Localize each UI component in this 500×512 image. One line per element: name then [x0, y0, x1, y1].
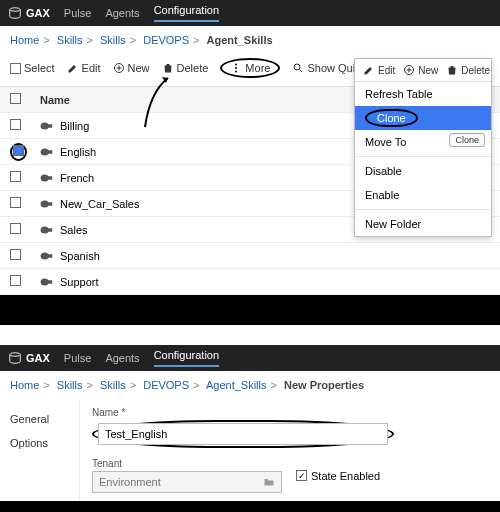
magnifier-icon [292, 62, 304, 74]
row-checkbox[interactable] [10, 119, 21, 130]
popup-edit-button[interactable]: Edit [363, 64, 395, 76]
menu-enable[interactable]: Enable [355, 183, 491, 207]
name-field[interactable] [98, 423, 388, 445]
nav-configuration[interactable]: Configuration [154, 349, 219, 367]
nav-agents[interactable]: Agents [105, 352, 139, 364]
svg-point-16 [41, 252, 49, 259]
name-label: Name * [92, 407, 488, 418]
more-button[interactable]: More [220, 58, 280, 78]
table-row[interactable]: Support [0, 269, 500, 295]
svg-point-5 [294, 64, 300, 70]
crumb-skills2[interactable]: Skills [100, 379, 126, 391]
nav-pulse[interactable]: Pulse [64, 7, 92, 19]
crumb-home[interactable]: Home [10, 34, 39, 46]
skill-icon [40, 147, 54, 157]
torn-edge [0, 501, 500, 512]
side-tabs: General Options [0, 399, 80, 501]
brand-icon [8, 351, 22, 365]
svg-point-14 [41, 226, 49, 233]
svg-point-2 [235, 64, 237, 66]
trash-icon [162, 62, 174, 74]
svg-point-24 [10, 353, 21, 357]
row-checkbox[interactable] [10, 223, 21, 234]
skill-icon [40, 225, 54, 235]
row-checkbox[interactable] [10, 197, 21, 208]
torn-edge [0, 295, 500, 325]
crumb-skills1[interactable]: Skills [57, 34, 83, 46]
menu-new-folder[interactable]: New Folder [355, 212, 491, 236]
svg-point-4 [235, 71, 237, 73]
row-checkbox[interactable] [10, 249, 21, 260]
skills-list-panel: GAX Pulse Agents Configuration Home> Ski… [0, 0, 500, 325]
menu-refresh-table[interactable]: Refresh Table [355, 82, 491, 106]
svg-point-6 [41, 122, 49, 129]
svg-point-10 [41, 174, 49, 181]
annotation-circle: Clone [365, 109, 418, 127]
state-enabled-checkbox[interactable]: ✓ State Enabled [296, 470, 380, 482]
tab-general[interactable]: General [10, 407, 69, 431]
popup-new-button[interactable]: New [403, 64, 438, 76]
form-area: General Options Name * Tenant Environmen… [0, 399, 500, 501]
crumb-current: New Properties [284, 379, 364, 391]
delete-button[interactable]: Delete [162, 62, 209, 74]
menu-disable[interactable]: Disable [355, 159, 491, 183]
nav-configuration[interactable]: Configuration [154, 4, 219, 22]
svg-point-0 [10, 8, 21, 12]
plus-circle-icon [113, 62, 125, 74]
row-checkbox-checked[interactable] [13, 145, 24, 156]
menu-move-to[interactable]: Move To Clone [355, 130, 491, 154]
crumb-home[interactable]: Home [10, 379, 39, 391]
skill-icon [40, 121, 54, 131]
svg-rect-11 [48, 176, 53, 180]
svg-rect-9 [48, 150, 53, 154]
general-form: Name * Tenant Environment ✓ State Enable… [80, 399, 500, 501]
skill-icon [40, 277, 54, 287]
table-row[interactable]: Spanish [0, 243, 500, 269]
new-properties-panel: GAX Pulse Agents Configuration Home> Ski… [0, 345, 500, 512]
popup-delete-button[interactable]: Delete [446, 64, 490, 76]
svg-point-8 [41, 148, 49, 155]
brand: GAX [8, 6, 50, 20]
crumb-agent-skills[interactable]: Agent_Skills [206, 379, 267, 391]
svg-point-3 [235, 67, 237, 69]
svg-rect-17 [48, 254, 53, 258]
top-nav: GAX Pulse Agents Configuration [0, 0, 500, 26]
popup-toolbar: Edit New Delete More [355, 59, 491, 82]
row-checkbox[interactable] [10, 171, 21, 182]
skill-icon [40, 251, 54, 261]
more-menu-popup: Edit New Delete More Refresh Table Clone… [354, 58, 492, 237]
header-checkbox[interactable] [10, 93, 21, 104]
brand-icon [8, 6, 22, 20]
tenant-field[interactable]: Environment [92, 471, 282, 493]
kebab-icon [230, 62, 242, 74]
select-all-button[interactable]: Select [10, 62, 55, 74]
menu-clone[interactable]: Clone [355, 106, 491, 130]
crumb-skills1[interactable]: Skills [57, 379, 83, 391]
breadcrumb: Home> Skills> Skills> DEVOPS> Agent_Skil… [0, 371, 500, 399]
menu-divider [355, 209, 491, 210]
new-button[interactable]: New [113, 62, 150, 74]
nav-agents[interactable]: Agents [105, 7, 139, 19]
row-checkbox[interactable] [10, 275, 21, 286]
svg-rect-19 [48, 280, 53, 284]
crumb-skills2[interactable]: Skills [100, 34, 126, 46]
nav-pulse[interactable]: Pulse [64, 352, 92, 364]
svg-rect-15 [48, 228, 53, 232]
crumb-devops[interactable]: DEVOPS [143, 34, 189, 46]
folder-icon [263, 476, 275, 488]
annotation-circle [10, 143, 27, 161]
tab-options[interactable]: Options [10, 431, 69, 455]
brand: GAX [8, 351, 50, 365]
edit-button[interactable]: Edit [67, 62, 101, 74]
tenant-label: Tenant [92, 458, 282, 469]
clone-mini-button[interactable]: Clone [449, 133, 485, 147]
checkbox-icon [10, 63, 21, 74]
plus-circle-icon [403, 64, 415, 76]
checkmark-icon: ✓ [296, 470, 307, 481]
trash-icon [446, 64, 458, 76]
skill-icon [40, 199, 54, 209]
crumb-current: Agent_Skills [207, 34, 273, 46]
svg-rect-7 [48, 124, 53, 128]
skill-icon [40, 173, 54, 183]
crumb-devops[interactable]: DEVOPS [143, 379, 189, 391]
